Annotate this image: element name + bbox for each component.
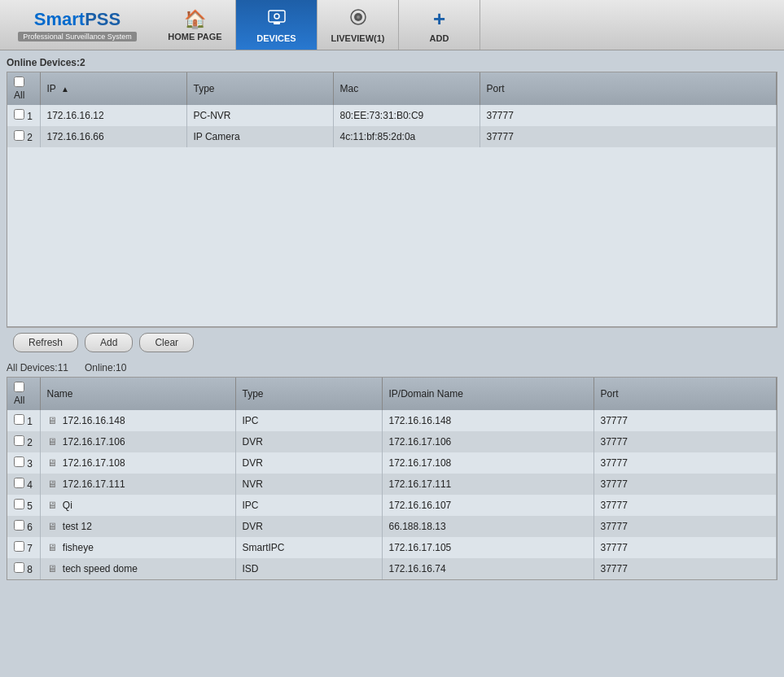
all-row-3-num: 3 xyxy=(7,452,40,474)
device-icon-4: 🖥 xyxy=(47,478,57,490)
all-row-3: 3 🖥 172.16.17.108 DVR 172.16.17.108 3777… xyxy=(7,452,777,474)
all-devices-tbody: 1 🖥 172.16.16.148 IPC 172.16.16.148 3777… xyxy=(7,410,777,579)
svg-point-1 xyxy=(274,14,279,19)
all-row-8: 8 🖥 tech speed dome ISD 172.16.16.74 377… xyxy=(7,558,777,579)
all-row-8-port: 37777 xyxy=(593,558,777,579)
all-row-3-ip: 172.16.17.108 xyxy=(382,452,593,474)
all-col-port: Port xyxy=(593,378,777,410)
all-row-3-checkbox[interactable] xyxy=(14,456,24,467)
all-row-2-num: 2 xyxy=(7,431,40,452)
add-icon: + xyxy=(433,7,445,32)
all-row-6-port: 37777 xyxy=(593,516,777,537)
all-row-1-port: 37777 xyxy=(593,410,777,431)
all-select-all-checkbox[interactable] xyxy=(14,382,24,392)
logo-smart: Smart xyxy=(34,9,85,29)
all-row-8-checkbox[interactable] xyxy=(14,562,24,573)
online-row-2-checkbox[interactable] xyxy=(14,130,24,141)
tab-devices[interactable]: DEVICES xyxy=(236,0,318,50)
app-logo: SmartPSS Professional Surveillance Syste… xyxy=(0,9,155,41)
all-col-checkbox: All xyxy=(7,378,40,410)
all-row-7: 7 🖥 fisheye SmartIPC 172.16.17.105 37777 xyxy=(7,537,777,558)
add-button[interactable]: Add xyxy=(85,333,133,352)
all-row-5-port: 37777 xyxy=(593,495,777,516)
online-devices-table: All IP ▲ Type Mac Port xyxy=(7,72,777,326)
all-row-6-checkbox[interactable] xyxy=(14,520,24,531)
all-row-4-checkbox[interactable] xyxy=(14,478,24,488)
logo-subtitle: Professional Surveillance System xyxy=(18,32,137,41)
online-col-type: Type xyxy=(186,72,333,105)
online-row-1: 1 172.16.16.12 PC-NVR 80:EE:73:31:B0:C9 … xyxy=(7,105,777,126)
device-icon-5: 🖥 xyxy=(47,500,57,511)
all-row-6-name: 🖥 test 12 xyxy=(40,516,235,537)
online-row-1-checkbox[interactable] xyxy=(14,109,24,120)
online-col-checkbox: All xyxy=(7,72,40,105)
all-row-6-num: 6 xyxy=(7,516,40,537)
all-row-4: 4 🖥 172.16.17.111 NVR 172.16.17.111 3777… xyxy=(7,474,777,495)
all-row-1-type: IPC xyxy=(235,410,382,431)
main-content: Online Devices:2 All IP ▲ Type xyxy=(0,50,784,587)
all-row-3-name: 🖥 172.16.17.108 xyxy=(40,452,235,474)
online-row-2-ip: 172.16.16.66 xyxy=(40,126,186,147)
all-row-2-checkbox[interactable] xyxy=(14,435,24,446)
online-table-body: 1 172.16.16.12 PC-NVR 80:EE:73:31:B0:C9 … xyxy=(7,105,777,326)
online-row-1-port: 37777 xyxy=(480,105,777,126)
online-col-all-label: All xyxy=(14,90,24,101)
online-row-1-num: 1 xyxy=(7,105,40,126)
all-row-3-type: DVR xyxy=(235,452,382,474)
all-row-4-ip: 172.16.17.111 xyxy=(382,474,593,495)
all-row-4-type: NVR xyxy=(235,474,382,495)
home-icon: 🏠 xyxy=(184,9,206,30)
all-row-1-name: 🖥 172.16.16.148 xyxy=(40,410,235,431)
all-row-7-type: SmartIPC xyxy=(235,537,382,558)
all-row-1-checkbox[interactable] xyxy=(14,414,24,425)
all-row-8-name: 🖥 tech speed dome xyxy=(40,558,235,579)
all-col-type: Type xyxy=(235,378,382,410)
all-row-8-num: 8 xyxy=(7,558,40,579)
tab-add-label: ADD xyxy=(430,33,449,43)
all-col-all-label: All xyxy=(14,395,24,406)
all-row-2-type: DVR xyxy=(235,431,382,452)
tab-add[interactable]: + ADD xyxy=(399,0,480,50)
tab-homepage[interactable]: 🏠 HOME PAGE xyxy=(155,0,236,50)
all-row-1: 1 🖥 172.16.16.148 IPC 172.16.16.148 3777… xyxy=(7,410,777,431)
tab-homepage-label: HOME PAGE xyxy=(168,32,221,41)
clear-button[interactable]: Clear xyxy=(139,333,194,352)
all-row-1-num: 1 xyxy=(7,410,40,431)
online-row-1-type: PC-NVR xyxy=(186,105,333,126)
online-empty-area xyxy=(7,147,777,326)
device-icon-3: 🖥 xyxy=(47,457,57,469)
all-devices-table: All Name Type IP/Domain Name Port xyxy=(7,378,777,579)
all-row-8-ip: 172.16.16.74 xyxy=(382,558,593,579)
online-col-ip[interactable]: IP ▲ xyxy=(40,72,186,105)
all-row-2-ip: 172.16.17.106 xyxy=(382,431,593,452)
all-row-2-name: 🖥 172.16.17.106 xyxy=(40,431,235,452)
header: SmartPSS Professional Surveillance Syste… xyxy=(0,0,784,50)
tab-liveview[interactable]: LIVEVIEW(1) xyxy=(318,0,399,50)
all-devices-label-area: All Devices:11 Online:10 xyxy=(7,362,777,373)
all-row-5-num: 5 xyxy=(7,495,40,516)
online-col-mac: Mac xyxy=(333,72,480,105)
all-devices-count: All Devices:11 xyxy=(7,362,68,373)
all-col-ipdomain: IP/Domain Name xyxy=(382,378,593,410)
all-row-8-type: ISD xyxy=(235,558,382,579)
all-row-7-checkbox[interactable] xyxy=(14,541,24,552)
device-icon-8: 🖥 xyxy=(47,563,57,574)
online-select-all-checkbox[interactable] xyxy=(14,76,24,87)
all-row-5: 5 🖥 Qi IPC 172.16.16.107 37777 xyxy=(7,495,777,516)
device-icon-1: 🖥 xyxy=(47,415,57,426)
tab-devices-label: DEVICES xyxy=(256,33,296,43)
devices-icon xyxy=(267,7,287,32)
online-col-port: Port xyxy=(480,72,777,105)
online-devices-count: Online:10 xyxy=(85,362,126,373)
all-row-1-ip: 172.16.16.148 xyxy=(382,410,593,431)
online-devices-label: Online Devices:2 xyxy=(7,57,777,68)
all-row-7-name: 🖥 fisheye xyxy=(40,537,235,558)
all-row-6: 6 🖥 test 12 DVR 66.188.18.13 37777 xyxy=(7,516,777,537)
logo-pss: PSS xyxy=(85,9,120,29)
device-icon-2: 🖥 xyxy=(47,436,57,448)
all-devices-header: All Name Type IP/Domain Name Port xyxy=(7,378,777,410)
all-row-5-checkbox[interactable] xyxy=(14,499,24,509)
svg-rect-2 xyxy=(274,22,280,24)
refresh-button[interactable]: Refresh xyxy=(13,333,78,352)
liveview-icon xyxy=(348,7,368,32)
